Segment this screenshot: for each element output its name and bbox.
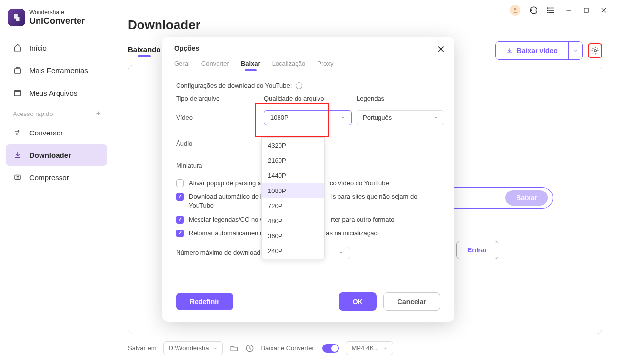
max-download-label: Número máximo de download bbox=[176, 249, 260, 256]
go-download-button[interactable]: Baixar bbox=[505, 190, 548, 206]
save-path-value: D:\Wondersha bbox=[169, 345, 209, 352]
row-thumb-label: Miniatura bbox=[176, 153, 259, 169]
modal-tab-download[interactable]: Baixar bbox=[241, 60, 260, 71]
chevron-down-icon bbox=[340, 115, 345, 120]
quality-option[interactable]: 2160P bbox=[262, 153, 324, 168]
format-value: MP4 4K... bbox=[351, 345, 379, 352]
quality-option[interactable]: 240P bbox=[262, 244, 324, 259]
svg-point-9 bbox=[594, 50, 597, 52]
settings-button[interactable] bbox=[588, 43, 602, 58]
svg-rect-0 bbox=[14, 69, 21, 73]
quality-option[interactable]: 4320P bbox=[262, 138, 324, 153]
checkbox-icon bbox=[176, 216, 184, 224]
quick-access-label: Acesso rápido bbox=[13, 110, 53, 117]
quick-access-header: Acesso rápido + bbox=[6, 104, 107, 122]
bottom-bar: Salvar em D:\Wondersha Baixar e Converte… bbox=[113, 334, 617, 364]
schedule-button[interactable] bbox=[245, 344, 254, 353]
compress-icon bbox=[13, 172, 22, 182]
quality-option[interactable]: 720P bbox=[262, 198, 324, 213]
product-name: UniConverter bbox=[29, 16, 85, 26]
sidebar-item-label: Downloader bbox=[29, 151, 71, 159]
convert-icon bbox=[13, 128, 22, 137]
modal-tab-convert[interactable]: Converter bbox=[201, 60, 229, 71]
col-subs: Legendas bbox=[357, 95, 444, 104]
minimize-button[interactable] bbox=[564, 6, 573, 15]
quality-option[interactable]: 360P bbox=[262, 229, 324, 244]
modal-close-button[interactable]: ✕ bbox=[437, 43, 445, 55]
user-avatar[interactable] bbox=[510, 5, 520, 16]
options-modal: Opções ✕ Geral Converter Baixar Localiza… bbox=[162, 37, 454, 322]
download-video-button[interactable]: Baixar vídeo bbox=[495, 41, 583, 60]
sidebar-item-label: Meus Arquivos bbox=[29, 89, 77, 97]
svg-point-7 bbox=[548, 12, 549, 13]
download-dropdown-toggle[interactable] bbox=[568, 42, 582, 59]
col-quality: Qualidade do arquivo bbox=[264, 95, 352, 104]
checkbox-icon bbox=[176, 193, 184, 201]
toolbox-icon bbox=[13, 65, 22, 75]
open-folder-button[interactable] bbox=[230, 344, 239, 353]
brand-name: Wondershare bbox=[29, 9, 85, 16]
sidebar-item-label: Início bbox=[29, 44, 47, 52]
video-quality-select[interactable]: 1080P bbox=[264, 110, 352, 125]
app-logo: Wondershare UniConverter bbox=[6, 9, 107, 26]
sidebar-item-tools[interactable]: Mais Ferramentas bbox=[6, 59, 107, 81]
svg-rect-8 bbox=[584, 8, 588, 12]
format-select[interactable]: MP4 4K... bbox=[346, 341, 393, 355]
subtitle-language-select[interactable]: Português bbox=[357, 110, 444, 125]
sidebar-item-downloader[interactable]: Downloader bbox=[6, 144, 107, 166]
video-quality-value: 1080P bbox=[270, 114, 289, 121]
checkbox-icon bbox=[176, 230, 184, 237]
subtitle-value: Português bbox=[363, 114, 392, 121]
titlebar bbox=[113, 0, 617, 18]
add-quick-access-button[interactable]: + bbox=[96, 109, 100, 118]
reset-button[interactable]: Redefinir bbox=[176, 293, 233, 310]
chevron-down-icon bbox=[213, 346, 218, 351]
info-icon[interactable]: i bbox=[296, 82, 302, 89]
convert-toggle[interactable] bbox=[322, 344, 339, 353]
tab-downloading[interactable]: Baixando bbox=[128, 45, 161, 57]
sidebar-item-home[interactable]: Início bbox=[6, 37, 107, 58]
row-audio-label: Áudio bbox=[176, 131, 259, 147]
ok-button[interactable]: OK bbox=[339, 292, 377, 311]
home-icon bbox=[13, 43, 22, 53]
checkbox-icon bbox=[176, 179, 184, 187]
chevron-down-icon bbox=[339, 250, 344, 255]
svg-rect-2 bbox=[15, 175, 20, 180]
svg-point-5 bbox=[548, 8, 549, 9]
download-icon bbox=[13, 150, 22, 160]
sidebar-item-files[interactable]: Meus Arquivos bbox=[6, 82, 107, 103]
modal-title: Opções bbox=[174, 44, 442, 52]
sidebar-item-converter[interactable]: Conversor bbox=[6, 122, 107, 143]
sidebar-item-compressor[interactable]: Compressor bbox=[6, 167, 107, 188]
chevron-down-icon bbox=[383, 346, 388, 351]
quality-option[interactable]: 1440P bbox=[262, 168, 324, 183]
close-button[interactable] bbox=[599, 6, 608, 15]
convert-label: Baixar e Converter: bbox=[261, 345, 316, 352]
login-button[interactable]: Entrar bbox=[456, 241, 498, 259]
quality-dropdown: 4320P 2160P 1440P 1080P 720P 480P 360P 2… bbox=[261, 137, 325, 259]
folder-icon bbox=[13, 88, 22, 97]
modal-tabs: Geral Converter Baixar Localização Proxy bbox=[162, 56, 454, 74]
page-title: Downloader bbox=[128, 18, 602, 33]
quality-option[interactable]: 1080P bbox=[262, 183, 324, 198]
support-icon[interactable] bbox=[529, 6, 538, 15]
quality-option[interactable]: 480P bbox=[262, 213, 324, 229]
cancel-button[interactable]: Cancelar bbox=[383, 292, 440, 311]
menu-list-icon[interactable] bbox=[547, 6, 556, 15]
logo-icon bbox=[8, 9, 25, 26]
svg-point-6 bbox=[548, 10, 549, 11]
download-arrow-icon bbox=[506, 47, 513, 54]
modal-tab-proxy[interactable]: Proxy bbox=[317, 60, 333, 71]
sidebar-item-label: Compressor bbox=[29, 173, 69, 182]
col-file-type: Tipo de arquivo bbox=[176, 95, 259, 104]
maximize-button[interactable] bbox=[582, 6, 591, 15]
sidebar: Wondershare UniConverter Início Mais Fer… bbox=[0, 0, 113, 364]
download-button-label: Baixar vídeo bbox=[517, 47, 557, 55]
svg-point-3 bbox=[514, 8, 517, 10]
save-path-select[interactable]: D:\Wondersha bbox=[163, 341, 223, 355]
sidebar-item-label: Conversor bbox=[29, 129, 63, 137]
modal-tab-general[interactable]: Geral bbox=[174, 60, 190, 71]
sidebar-item-label: Mais Ferramentas bbox=[29, 66, 88, 75]
modal-tab-location[interactable]: Localização bbox=[272, 60, 306, 71]
chevron-down-icon bbox=[573, 48, 578, 54]
